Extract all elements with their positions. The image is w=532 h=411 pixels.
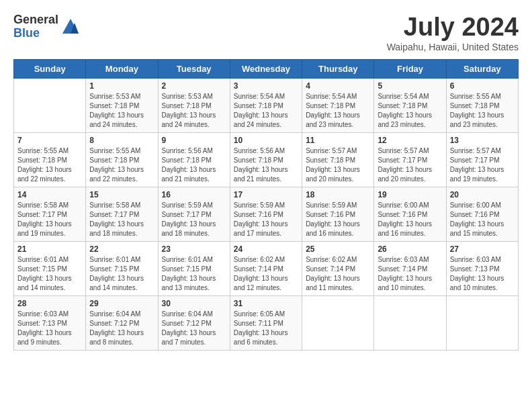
- day-info: Sunrise: 5:53 AM Sunset: 7:18 PM Dayligh…: [162, 92, 226, 130]
- day-number: 4: [306, 81, 370, 91]
- calendar-cell: [374, 295, 446, 350]
- day-info: Sunrise: 5:57 AM Sunset: 7:17 PM Dayligh…: [378, 146, 442, 184]
- calendar-cell: 1Sunrise: 5:53 AM Sunset: 7:18 PM Daylig…: [86, 78, 158, 132]
- day-number: 25: [306, 244, 370, 254]
- day-number: 21: [17, 244, 82, 254]
- day-info: Sunrise: 5:54 AM Sunset: 7:18 PM Dayligh…: [378, 92, 442, 130]
- day-number: 14: [17, 190, 82, 199]
- calendar-cell: 2Sunrise: 5:53 AM Sunset: 7:18 PM Daylig…: [158, 78, 230, 132]
- page-header: General Blue July 2024 Waipahu, Hawaii, …: [13, 13, 519, 52]
- header-wednesday: Wednesday: [230, 59, 302, 78]
- day-number: 8: [89, 136, 154, 145]
- calendar-cell: 6Sunrise: 5:55 AM Sunset: 7:18 PM Daylig…: [446, 78, 518, 132]
- day-number: 16: [162, 190, 226, 199]
- calendar-cell: 16Sunrise: 5:59 AM Sunset: 7:17 PM Dayli…: [158, 187, 230, 241]
- day-info: Sunrise: 6:04 AM Sunset: 7:12 PM Dayligh…: [162, 310, 226, 347]
- title-section: July 2024 Waipahu, Hawaii, United States: [387, 13, 519, 52]
- calendar-cell: 18Sunrise: 5:59 AM Sunset: 7:16 PM Dayli…: [302, 187, 374, 241]
- day-number: 7: [17, 136, 82, 145]
- day-number: 13: [450, 136, 515, 145]
- day-info: Sunrise: 5:58 AM Sunset: 7:17 PM Dayligh…: [89, 201, 154, 238]
- day-info: Sunrise: 5:54 AM Sunset: 7:18 PM Dayligh…: [234, 92, 298, 130]
- day-info: Sunrise: 5:57 AM Sunset: 7:18 PM Dayligh…: [306, 146, 370, 184]
- day-info: Sunrise: 5:59 AM Sunset: 7:16 PM Dayligh…: [234, 201, 298, 238]
- day-info: Sunrise: 5:57 AM Sunset: 7:17 PM Dayligh…: [450, 146, 515, 184]
- calendar-cell: 5Sunrise: 5:54 AM Sunset: 7:18 PM Daylig…: [374, 78, 446, 132]
- day-number: 5: [378, 81, 442, 91]
- day-number: 11: [306, 136, 370, 145]
- header-thursday: Thursday: [302, 59, 374, 78]
- logo: General Blue: [13, 13, 80, 40]
- calendar-cell: 4Sunrise: 5:54 AM Sunset: 7:18 PM Daylig…: [302, 78, 374, 132]
- day-info: Sunrise: 5:58 AM Sunset: 7:17 PM Dayligh…: [17, 201, 82, 238]
- day-info: Sunrise: 5:56 AM Sunset: 7:18 PM Dayligh…: [234, 146, 298, 184]
- day-number: 12: [378, 136, 442, 145]
- location: Waipahu, Hawaii, United States: [387, 42, 519, 52]
- calendar-table: SundayMondayTuesdayWednesdayThursdayFrid…: [13, 59, 519, 351]
- day-number: 20: [450, 190, 515, 199]
- day-info: Sunrise: 6:03 AM Sunset: 7:13 PM Dayligh…: [450, 255, 515, 293]
- calendar-cell: 26Sunrise: 6:03 AM Sunset: 7:14 PM Dayli…: [374, 241, 446, 295]
- day-info: Sunrise: 6:03 AM Sunset: 7:13 PM Dayligh…: [17, 310, 82, 347]
- day-info: Sunrise: 6:05 AM Sunset: 7:11 PM Dayligh…: [234, 310, 298, 347]
- day-info: Sunrise: 5:55 AM Sunset: 7:18 PM Dayligh…: [89, 146, 154, 184]
- day-number: 29: [89, 299, 154, 308]
- calendar-cell: 21Sunrise: 6:01 AM Sunset: 7:15 PM Dayli…: [14, 241, 86, 295]
- calendar-cell: 28Sunrise: 6:03 AM Sunset: 7:13 PM Dayli…: [14, 295, 86, 350]
- calendar-cell: [302, 295, 374, 350]
- calendar-cell: 23Sunrise: 6:01 AM Sunset: 7:15 PM Dayli…: [158, 241, 230, 295]
- calendar-week-3: 21Sunrise: 6:01 AM Sunset: 7:15 PM Dayli…: [14, 241, 519, 295]
- day-info: Sunrise: 6:00 AM Sunset: 7:16 PM Dayligh…: [378, 201, 442, 238]
- day-number: 3: [234, 81, 298, 91]
- day-number: 30: [162, 299, 226, 308]
- calendar-cell: 31Sunrise: 6:05 AM Sunset: 7:11 PM Dayli…: [230, 295, 302, 350]
- day-info: Sunrise: 5:55 AM Sunset: 7:18 PM Dayligh…: [450, 92, 515, 130]
- calendar-cell: 24Sunrise: 6:02 AM Sunset: 7:14 PM Dayli…: [230, 241, 302, 295]
- day-info: Sunrise: 6:01 AM Sunset: 7:15 PM Dayligh…: [162, 255, 226, 293]
- day-info: Sunrise: 6:02 AM Sunset: 7:14 PM Dayligh…: [306, 255, 370, 293]
- logo-general: General: [13, 13, 58, 27]
- calendar-cell: 9Sunrise: 5:56 AM Sunset: 7:18 PM Daylig…: [158, 132, 230, 187]
- calendar-cell: 13Sunrise: 5:57 AM Sunset: 7:17 PM Dayli…: [446, 132, 518, 187]
- day-info: Sunrise: 5:56 AM Sunset: 7:18 PM Dayligh…: [162, 146, 226, 184]
- header-friday: Friday: [374, 59, 446, 78]
- month-title: July 2024: [387, 13, 519, 42]
- calendar-cell: 15Sunrise: 5:58 AM Sunset: 7:17 PM Dayli…: [86, 187, 158, 241]
- calendar-cell: 20Sunrise: 6:00 AM Sunset: 7:16 PM Dayli…: [446, 187, 518, 241]
- day-number: 6: [450, 81, 515, 91]
- calendar-cell: 17Sunrise: 5:59 AM Sunset: 7:16 PM Dayli…: [230, 187, 302, 241]
- day-number: 10: [234, 136, 298, 145]
- day-info: Sunrise: 6:01 AM Sunset: 7:15 PM Dayligh…: [17, 255, 82, 293]
- header-sunday: Sunday: [14, 59, 86, 78]
- calendar-cell: 14Sunrise: 5:58 AM Sunset: 7:17 PM Dayli…: [14, 187, 86, 241]
- day-info: Sunrise: 5:59 AM Sunset: 7:16 PM Dayligh…: [306, 201, 370, 238]
- calendar-cell: 11Sunrise: 5:57 AM Sunset: 7:18 PM Dayli…: [302, 132, 374, 187]
- day-number: 1: [89, 81, 154, 91]
- calendar-week-4: 28Sunrise: 6:03 AM Sunset: 7:13 PM Dayli…: [14, 295, 519, 350]
- day-info: Sunrise: 5:54 AM Sunset: 7:18 PM Dayligh…: [306, 92, 370, 130]
- calendar-cell: 3Sunrise: 5:54 AM Sunset: 7:18 PM Daylig…: [230, 78, 302, 132]
- day-number: 15: [89, 190, 154, 199]
- day-number: 26: [378, 244, 442, 254]
- calendar-cell: [14, 78, 86, 132]
- day-number: 2: [162, 81, 226, 91]
- calendar-week-2: 14Sunrise: 5:58 AM Sunset: 7:17 PM Dayli…: [14, 187, 519, 241]
- calendar-cell: 29Sunrise: 6:04 AM Sunset: 7:12 PM Dayli…: [86, 295, 158, 350]
- calendar-cell: [446, 295, 518, 350]
- logo-icon: [61, 17, 80, 36]
- day-number: 17: [234, 190, 298, 199]
- day-number: 31: [234, 299, 298, 308]
- day-info: Sunrise: 6:04 AM Sunset: 7:12 PM Dayligh…: [89, 310, 154, 347]
- day-number: 24: [234, 244, 298, 254]
- day-info: Sunrise: 6:00 AM Sunset: 7:16 PM Dayligh…: [450, 201, 515, 238]
- day-info: Sunrise: 5:53 AM Sunset: 7:18 PM Dayligh…: [89, 92, 154, 130]
- day-info: Sunrise: 5:59 AM Sunset: 7:17 PM Dayligh…: [162, 201, 226, 238]
- day-number: 28: [17, 299, 82, 308]
- day-info: Sunrise: 6:01 AM Sunset: 7:15 PM Dayligh…: [89, 255, 154, 293]
- logo-blue: Blue: [13, 27, 58, 40]
- header-tuesday: Tuesday: [158, 59, 230, 78]
- header-monday: Monday: [86, 59, 158, 78]
- day-info: Sunrise: 6:03 AM Sunset: 7:14 PM Dayligh…: [378, 255, 442, 293]
- day-number: 23: [162, 244, 226, 254]
- day-number: 9: [162, 136, 226, 145]
